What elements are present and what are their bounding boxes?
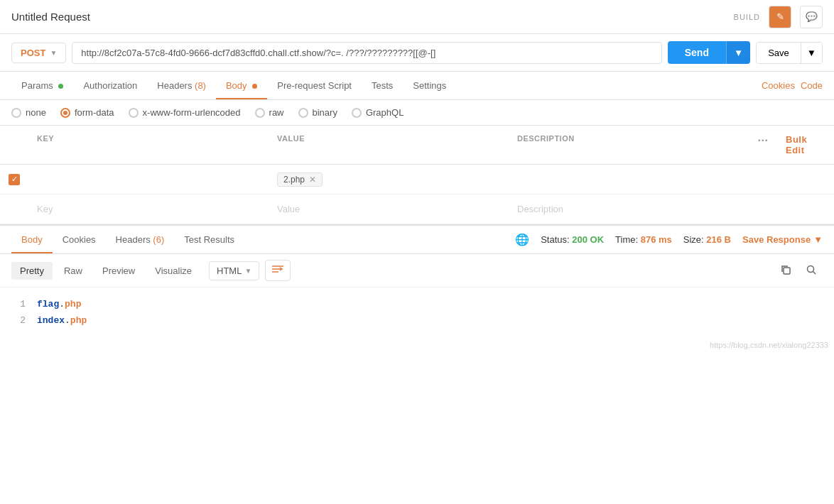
radio-none[interactable]: none (11, 107, 46, 118)
radio-binary[interactable]: binary (298, 107, 337, 118)
table-row: ✓ 2.php ✕ (0, 165, 834, 195)
row1-key[interactable] (28, 174, 269, 185)
row1-value: 2.php ✕ (269, 167, 509, 192)
params-dot (58, 84, 63, 89)
radio-raw[interactable]: raw (255, 107, 284, 118)
window-title: Untitled Request (11, 11, 90, 23)
response-toolbar: Pretty Raw Preview Visualize HTML ▼ (0, 254, 834, 287)
tab-right-links: Cookies Code (762, 80, 823, 91)
top-bar-actions: BUILD ✎ 💬 (734, 6, 823, 28)
radio-urlencoded[interactable]: x-www-form-urlencoded (129, 107, 241, 118)
code-line-1: 1 flag.php (11, 296, 823, 312)
radio-form-data[interactable]: form-data (60, 107, 114, 118)
body-type-bar: none form-data x-www-form-urlencoded raw… (0, 100, 834, 126)
save-response-button[interactable]: Save Response ▼ (742, 234, 823, 245)
view-raw-button[interactable]: Raw (55, 262, 91, 280)
rtab-body[interactable]: Body (11, 226, 53, 253)
file-tag-label: 2.php (283, 175, 305, 185)
url-input[interactable] (72, 42, 661, 64)
row1-more (749, 174, 777, 185)
copy-button[interactable] (774, 261, 797, 280)
row2-more (749, 204, 777, 215)
svg-line-5 (813, 271, 816, 274)
col-checkbox (0, 131, 28, 158)
code-line-2: 2 index.php (11, 312, 823, 329)
file-tag: 2.php ✕ (277, 172, 323, 187)
file-tag-remove-icon[interactable]: ✕ (309, 175, 316, 185)
send-button[interactable]: Send (668, 41, 726, 64)
radio-graphql[interactable]: GraphQL (352, 107, 404, 118)
send-dropdown-button[interactable]: ▼ (726, 41, 750, 64)
method-select[interactable]: POST ▼ (11, 43, 66, 63)
save-button[interactable]: Save (757, 43, 801, 63)
view-preview-button[interactable]: Preview (94, 262, 143, 280)
row1-description[interactable] (509, 174, 749, 185)
response-tabs: Body Cookies Headers (6) Test Results 🌐 … (0, 226, 834, 254)
rtab-test-results[interactable]: Test Results (174, 226, 244, 253)
svg-rect-3 (784, 268, 790, 274)
format-label: HTML (217, 265, 242, 276)
row2-key-placeholder[interactable]: Key (28, 198, 269, 220)
wrap-icon (271, 264, 284, 274)
col-description: DESCRIPTION (509, 131, 749, 158)
comment-icon-button[interactable]: 💬 (800, 6, 823, 28)
line-num-1: 1 (11, 296, 26, 312)
globe-icon: 🌐 (515, 233, 529, 246)
more-options-button[interactable]: ··· (749, 131, 777, 158)
bulk-edit-button[interactable]: Bulk Edit (777, 131, 834, 158)
body-dot (252, 84, 257, 89)
radio-graphql-circle (352, 108, 362, 118)
top-bar: Untitled Request BUILD ✎ 💬 (0, 0, 834, 34)
save-button-group: Save ▼ (756, 42, 823, 64)
radio-none-circle (11, 108, 21, 118)
watermark: https://blog.csdn.net/xialong22333 (0, 338, 834, 352)
method-chevron-icon: ▼ (50, 49, 57, 57)
response-status-bar: 🌐 Status: 200 OK Time: 876 ms Size: 216 … (515, 233, 823, 246)
tab-pre-request[interactable]: Pre-request Script (267, 72, 362, 99)
table-row-empty: Key Value Description (0, 195, 834, 224)
row1-checkbox-cell: ✓ (0, 168, 28, 191)
save-response-chevron: ▼ (813, 234, 823, 245)
row2-bulk (777, 204, 834, 215)
copy-icon (780, 264, 791, 275)
radio-urlencoded-circle (129, 108, 139, 118)
view-visualize-button[interactable]: Visualize (146, 262, 200, 280)
cookies-link[interactable]: Cookies (762, 80, 795, 91)
status-label: Status: 200 OK (541, 234, 604, 245)
tab-body[interactable]: Body (216, 72, 267, 99)
col-value: VALUE (269, 131, 509, 158)
wrap-button[interactable] (265, 260, 291, 281)
search-button[interactable] (800, 261, 823, 280)
view-pretty-button[interactable]: Pretty (11, 262, 53, 280)
svg-point-4 (808, 265, 814, 272)
row1-bulk (777, 174, 834, 185)
rtab-headers[interactable]: Headers (6) (106, 226, 175, 253)
method-label: POST (21, 48, 45, 58)
format-chevron-icon: ▼ (244, 267, 251, 275)
col-key: KEY (28, 131, 269, 158)
tab-tests[interactable]: Tests (362, 72, 403, 99)
response-code-area: 1 flag.php 2 index.php (0, 287, 834, 338)
save-dropdown-button[interactable]: ▼ (801, 43, 822, 63)
code-content-2: index.php (37, 312, 87, 329)
line-num-2: 2 (11, 312, 26, 329)
row1-checkbox[interactable]: ✓ (9, 174, 20, 185)
code-content-1: flag.php (37, 296, 81, 312)
tab-params[interactable]: Params (11, 72, 73, 99)
tab-authorization[interactable]: Authorization (73, 72, 147, 99)
row2-value-placeholder[interactable]: Value (269, 198, 509, 220)
edit-icon-button[interactable]: ✎ (769, 6, 791, 28)
table-header: KEY VALUE DESCRIPTION ··· Bulk Edit (0, 126, 834, 165)
row2-description-placeholder[interactable]: Description (509, 198, 749, 220)
status-value: 200 OK (572, 234, 604, 245)
response-section: Body Cookies Headers (6) Test Results 🌐 … (0, 224, 834, 352)
tab-headers[interactable]: Headers (8) (147, 72, 216, 99)
size-value: 216 B (706, 234, 731, 245)
tab-settings[interactable]: Settings (403, 72, 456, 99)
radio-binary-circle (298, 108, 308, 118)
radio-form-data-circle (60, 108, 70, 118)
code-link[interactable]: Code (801, 80, 823, 91)
rtab-cookies[interactable]: Cookies (53, 226, 106, 253)
params-table: KEY VALUE DESCRIPTION ··· Bulk Edit ✓ 2.… (0, 126, 834, 224)
format-select[interactable]: HTML ▼ (209, 261, 259, 280)
